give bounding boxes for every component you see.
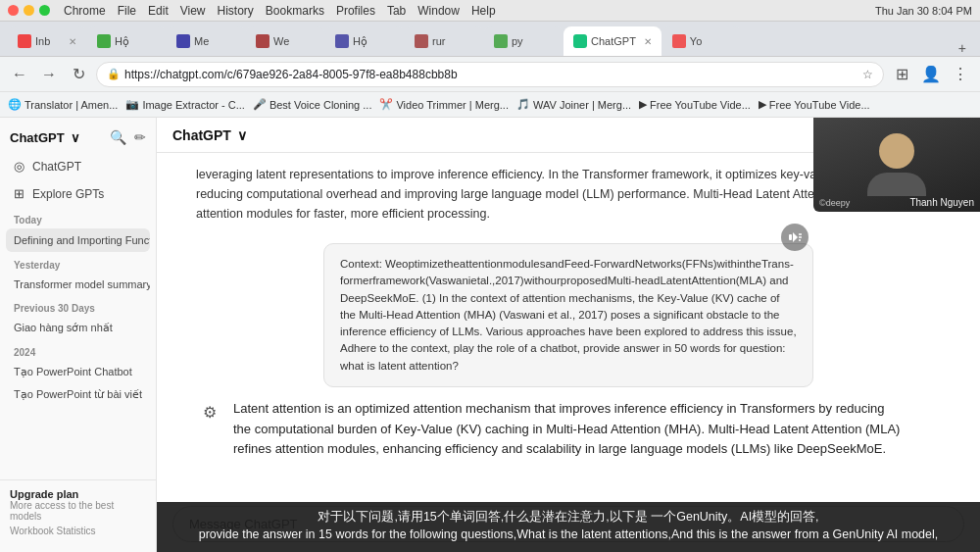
tab-actions[interactable]: + <box>953 40 972 56</box>
bookmark-wav-joiner[interactable]: 🎵 WAV Joiner | Merg... <box>516 98 631 111</box>
tab-ho2[interactable]: Hộ <box>325 26 404 56</box>
bookmark-label: Image Extractor - C... <box>142 99 245 111</box>
bookmark-label: Free YouTube Vide... <box>650 99 751 111</box>
url-text: https://chatgpt.com/c/679ae926-2a84-8005… <box>124 68 858 81</box>
video-overlay: Thanh Nguyen ©deepy <box>813 118 980 212</box>
tab-chatgpt[interactable]: ChatGPT ✕ <box>564 26 662 56</box>
tab-favicon <box>97 34 111 48</box>
bookmark-icon: ✂️ <box>379 98 393 111</box>
tab-rur[interactable]: rur <box>405 26 483 56</box>
star-icon[interactable]: ☆ <box>862 68 873 81</box>
tab-close-icon[interactable]: ✕ <box>644 36 652 47</box>
edit-icon[interactable]: ✏ <box>134 129 146 145</box>
history-item-label: Tạo PowerPoint Chatbot <box>14 366 132 378</box>
upgrade-plan-button[interactable]: Upgrade plan <box>10 488 146 500</box>
mac-menu[interactable]: Chrome File Edit View History Bookmarks … <box>64 4 496 18</box>
tab-favicon <box>335 34 349 48</box>
ai-message: ⚙ Latent attention is an optimized atten… <box>196 399 904 460</box>
bookmark-image-extractor[interactable]: 📷 Image Extractor - C... <box>125 98 245 111</box>
chatgpt-icon: ◎ <box>14 159 24 174</box>
tabs-list: Inb ✕ Hộ Me We Hộ rur py ChatGPT <box>8 26 953 56</box>
bookmark-video-trimmer[interactable]: ✂️ Video Trimmer | Merg... <box>379 98 509 111</box>
bookmark-voice-cloning[interactable]: 🎤 Best Voice Cloning ... <box>253 98 372 111</box>
menu-help[interactable]: Help <box>471 4 496 18</box>
menu-chrome[interactable]: Chrome <box>64 4 106 18</box>
main-layout: ChatGPT ∨ 🔍 ✏ ◎ ChatGPT ⊞ Explore GPTs T… <box>0 118 980 552</box>
bookmark-youtube2[interactable]: ▶ Free YouTube Vide... <box>759 98 870 111</box>
history-item-defining[interactable]: Defining and Importing Functi... ··· <box>6 228 150 252</box>
tab-title: rur <box>432 35 473 47</box>
person-head <box>879 133 914 169</box>
more-button[interactable]: ⋮ <box>949 65 972 83</box>
volume-icon[interactable] <box>781 224 808 251</box>
person-body <box>867 173 926 196</box>
bookmark-label: Translator | Amen... <box>24 99 118 111</box>
tab-yo[interactable]: Yo <box>662 26 741 56</box>
url-bar[interactable]: 🔒 https://chatgpt.com/c/679ae926-2a84-80… <box>96 62 884 87</box>
ai-avatar: ⚙ <box>196 399 223 427</box>
sidebar-nav: ◎ ChatGPT ⊞ Explore GPTs <box>0 153 156 207</box>
refresh-button[interactable]: ↻ <box>67 65 90 83</box>
tab-favicon <box>494 34 508 48</box>
bookmark-translator[interactable]: 🌐 Translator | Amen... <box>8 98 118 111</box>
close-button[interactable] <box>8 5 19 16</box>
sidebar-header: ChatGPT ∨ 🔍 ✏ <box>0 125 156 153</box>
chrome-tabs-bar: Inb ✕ Hộ Me We Hộ rur py ChatGPT <box>0 22 980 57</box>
history-item-label: Giao hàng sớm nhất <box>14 322 113 334</box>
search-icon[interactable]: 🔍 <box>110 129 126 145</box>
subtitle-line1: 对于以下问题,请用15个单词回答,什么是潜在注意力,以下是 一个GenUnity… <box>169 508 968 527</box>
mac-bar: Chrome File Edit View History Bookmarks … <box>0 0 980 22</box>
history-item-transformer[interactable]: Transformer model summary <box>6 274 150 295</box>
menu-bookmarks[interactable]: Bookmarks <box>266 4 324 18</box>
tab-title: ChatGPT <box>591 35 636 47</box>
menu-file[interactable]: File <box>118 4 136 18</box>
history-item-powerpoint-chatbot[interactable]: Tạo PowerPoint Chatbot <box>6 361 150 383</box>
tab-ho1[interactable]: Hộ <box>87 26 166 56</box>
new-tab-button[interactable]: + <box>958 40 966 56</box>
sidebar-item-explore[interactable]: ⊞ Explore GPTs <box>6 180 150 207</box>
chat-header-title: ChatGPT <box>172 127 231 143</box>
bookmark-icon: 📷 <box>125 98 139 111</box>
menu-window[interactable]: Window <box>417 4 460 18</box>
profile-button[interactable]: 👤 <box>919 65 943 83</box>
gear-icon: ⚙ <box>203 403 217 422</box>
section-prev30: Previous 30 Days <box>0 295 156 317</box>
bookmarks-bar: 🌐 Translator | Amen... 📷 Image Extractor… <box>0 92 980 118</box>
history-item-powerpoint-bai-viet[interactable]: Tạo PowerPoint từ bài viết <box>6 383 150 406</box>
forward-button[interactable]: → <box>37 66 61 83</box>
tab-favicon <box>573 34 587 48</box>
menu-view[interactable]: View <box>180 4 206 18</box>
history-item-label: Tạo PowerPoint từ bài viết <box>14 388 142 401</box>
section-today: Today <box>0 207 156 228</box>
tab-favicon <box>256 34 270 48</box>
logo-text: ChatGPT <box>10 130 65 145</box>
context-block: Context: Weoptimizetheattentionmodulesan… <box>323 243 813 387</box>
history-item-giao-hang[interactable]: Giao hàng sớm nhất <box>6 317 150 339</box>
history-item-label: Transformer model summary <box>14 278 150 290</box>
workbook-stats-text: Workbook Statistics <box>10 526 146 536</box>
tab-py[interactable]: py <box>484 26 563 56</box>
tab-me[interactable]: Me <box>167 26 245 56</box>
maximize-button[interactable] <box>39 5 50 16</box>
explore-icon: ⊞ <box>14 186 24 201</box>
address-bar: ← → ↻ 🔒 https://chatgpt.com/c/679ae926-2… <box>0 57 980 92</box>
tab-title: We <box>273 35 315 47</box>
tab-title: Me <box>194 35 235 47</box>
window-controls[interactable] <box>8 5 50 16</box>
menu-tab[interactable]: Tab <box>387 4 406 18</box>
chat-area: ChatGPT ∨ leveraging latent representati… <box>157 118 980 552</box>
menu-profiles[interactable]: Profiles <box>336 4 375 18</box>
bookmark-youtube1[interactable]: ▶ Free YouTube Vide... <box>639 98 751 111</box>
tab-close-icon[interactable]: ✕ <box>69 36 76 47</box>
tab-we[interactable]: We <box>246 26 324 56</box>
minimize-button[interactable] <box>24 5 34 16</box>
subtitle-line2: provide the answer in 15 words for the f… <box>169 526 968 544</box>
tab-title: py <box>512 35 553 47</box>
menu-history[interactable]: History <box>218 4 254 18</box>
sidebar-item-chatgpt[interactable]: ◎ ChatGPT <box>6 153 150 179</box>
tab-inb[interactable]: Inb ✕ <box>8 26 86 56</box>
tab-favicon <box>415 34 428 48</box>
back-button[interactable]: ← <box>8 66 31 83</box>
extensions-button[interactable]: ⊞ <box>890 65 913 83</box>
menu-edit[interactable]: Edit <box>148 4 169 18</box>
